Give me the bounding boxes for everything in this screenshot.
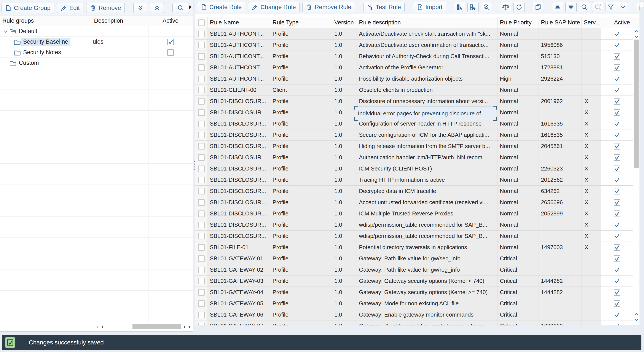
table-row[interactable]: SBL01-AUTHCONT...Profile1.0Possibility t… [195, 73, 640, 84]
scrollbar-thumb[interactable] [640, 1, 644, 8]
rule-type-cell[interactable]: Profile [270, 287, 333, 298]
rule-description-cell[interactable]: Tracing HTTP information is active [357, 174, 498, 186]
tree-item-label[interactable]: Security Baseline [21, 38, 70, 46]
version-cell[interactable]: 1.0 [333, 219, 357, 230]
rule-description-cell[interactable]: Potential directory traversals in applic… [357, 242, 498, 253]
import-button[interactable]: Import [413, 2, 446, 12]
sort-descending-button[interactable] [565, 2, 576, 12]
scrollbar-thumb[interactable] [634, 40, 638, 168]
row-select-checkbox[interactable] [198, 76, 205, 82]
column-header-rule-priority[interactable]: Rule Priority [498, 17, 539, 28]
focused-cell-overlay[interactable]: Individual error pages for preventing di… [355, 106, 496, 120]
version-cell[interactable]: 1.0 [333, 141, 357, 152]
copy-button[interactable] [533, 2, 544, 12]
table-row[interactable]: SBL01-DISCLOSUR...Profile1.0Hiding relea… [195, 141, 640, 152]
version-cell[interactable]: 1.0 [333, 163, 357, 174]
rule-sap-note-cell[interactable]: 1723881 [539, 62, 582, 73]
version-cell[interactable]: 1.0 [333, 28, 357, 39]
rule-name-cell[interactable]: SBL01-DISCLOSUR... [208, 230, 270, 242]
serv-cell[interactable] [582, 73, 601, 84]
serv-cell[interactable]: X [582, 118, 601, 129]
rule-active-checkbox[interactable] [614, 244, 620, 251]
row-select-checkbox[interactable] [198, 244, 205, 251]
table-row[interactable]: SBL01-DISCLOSUR...Profile1.0Disclosure o… [195, 96, 640, 107]
rule-active-checkbox[interactable] [614, 199, 620, 206]
compare-button[interactable] [500, 2, 511, 12]
search-check-button[interactable] [481, 2, 492, 12]
serv-cell[interactable] [582, 253, 601, 264]
rule-active-checkbox[interactable] [614, 188, 620, 194]
serv-cell[interactable] [582, 287, 601, 298]
rule-name-cell[interactable]: SBL01-DISCLOSUR... [208, 96, 270, 107]
scroll-left-icon[interactable]: ‹ [96, 323, 98, 330]
rule-sap-note-cell[interactable]: 2052899 [539, 208, 582, 219]
serv-cell[interactable]: X [582, 242, 601, 253]
rule-priority-cell[interactable]: Normal [498, 219, 539, 230]
rule-type-cell[interactable]: Profile [270, 208, 333, 219]
rule-sap-note-cell[interactable]: 2012562 [539, 174, 582, 186]
rule-type-cell[interactable]: Profile [270, 51, 333, 62]
select-all-button[interactable] [454, 2, 465, 12]
serv-cell[interactable]: X [582, 208, 601, 219]
version-cell[interactable]: 1.0 [333, 174, 357, 186]
group-active-checkbox[interactable] [167, 49, 174, 56]
rule-active-checkbox[interactable] [614, 154, 620, 161]
rule-active-checkbox[interactable] [614, 42, 620, 48]
rule-active-checkbox[interactable] [614, 210, 620, 217]
row-select-checkbox[interactable] [198, 233, 205, 240]
serv-cell[interactable]: X [582, 230, 601, 242]
rule-sap-note-cell[interactable] [539, 28, 582, 39]
rule-priority-cell[interactable]: Critical [498, 287, 539, 298]
serv-cell[interactable]: X [582, 219, 601, 230]
select-all-checkbox[interactable] [195, 17, 208, 28]
version-cell[interactable]: 1.0 [333, 253, 357, 264]
rule-active-checkbox[interactable] [614, 323, 620, 326]
version-cell[interactable]: 1.0 [333, 107, 357, 118]
version-cell[interactable]: 1.0 [333, 298, 357, 309]
rule-name-cell[interactable]: SBL01-DISCLOSUR... [208, 186, 270, 197]
rule-active-checkbox[interactable] [614, 312, 620, 318]
rule-priority-cell[interactable]: Normal [498, 28, 539, 39]
rule-sap-note-cell[interactable]: 2045861 [539, 141, 582, 152]
rule-active-checkbox[interactable] [614, 64, 620, 71]
table-row[interactable]: SBL01-GATEWAY-03Profile1.0Gateway: Gatew… [195, 276, 640, 287]
rule-name-cell[interactable]: SBL01-GATEWAY-02 [208, 264, 270, 275]
rule-type-cell[interactable]: Profile [270, 253, 333, 264]
serv-cell[interactable]: X [582, 107, 601, 118]
serv-cell[interactable]: X [582, 141, 601, 152]
rule-type-cell[interactable]: Profile [270, 230, 333, 242]
tree-expander-icon[interactable] [2, 28, 9, 34]
rule-priority-cell[interactable]: Normal [498, 230, 539, 242]
search-groups-button[interactable] [172, 3, 189, 13]
rule-priority-cell[interactable]: Normal [498, 141, 539, 152]
rule-sap-note-cell[interactable]: 2926224 [539, 73, 582, 84]
table-row[interactable]: SBL01-DISCLOSUR...Profile1.0ICM Security… [195, 163, 640, 174]
rule-name-cell[interactable]: SBL01-AUTHCONT... [208, 51, 270, 62]
rule-description-cell[interactable]: Secure configuration of ICM for the ABAP… [357, 130, 498, 140]
rule-name-cell[interactable]: SBL01-DISCLOSUR... [208, 197, 270, 208]
rule-priority-cell[interactable]: Critical [498, 264, 539, 275]
rule-priority-cell[interactable]: Critical [498, 253, 539, 264]
row-select-checkbox[interactable] [198, 109, 205, 116]
serv-cell[interactable]: X [582, 130, 601, 140]
rule-type-cell[interactable]: Profile [270, 118, 333, 129]
rule-sap-note-cell[interactable]: 2260323 [539, 163, 582, 174]
column-header-active[interactable]: Active [601, 17, 633, 28]
version-cell[interactable]: 1.0 [333, 96, 357, 107]
rule-type-cell[interactable]: Profile [270, 62, 333, 73]
row-select-checkbox[interactable] [198, 222, 205, 228]
row-select-checkbox[interactable] [198, 323, 205, 326]
rule-priority-cell[interactable]: Normal [498, 130, 539, 140]
rule-type-cell[interactable]: Profile [270, 197, 333, 208]
serv-cell[interactable] [582, 320, 601, 326]
rule-type-cell[interactable]: Profile [270, 96, 333, 107]
scrollbar-thumb[interactable] [132, 324, 181, 329]
create-rule-button[interactable]: Create Rule [197, 2, 245, 12]
rule-description-cell[interactable]: Gateway: Mode for non existing ACL file [357, 298, 498, 309]
tree-row[interactable]: Default [0, 26, 193, 36]
column-header-rule-name[interactable]: Rule Name [208, 17, 270, 28]
rule-sap-note-cell[interactable] [539, 107, 582, 118]
rule-name-cell[interactable]: SBL01-DISCLOSUR... [208, 219, 270, 230]
rule-description-cell[interactable]: Disclosure of unnecessary information ab… [357, 96, 498, 107]
rule-type-cell[interactable]: Profile [270, 264, 333, 275]
